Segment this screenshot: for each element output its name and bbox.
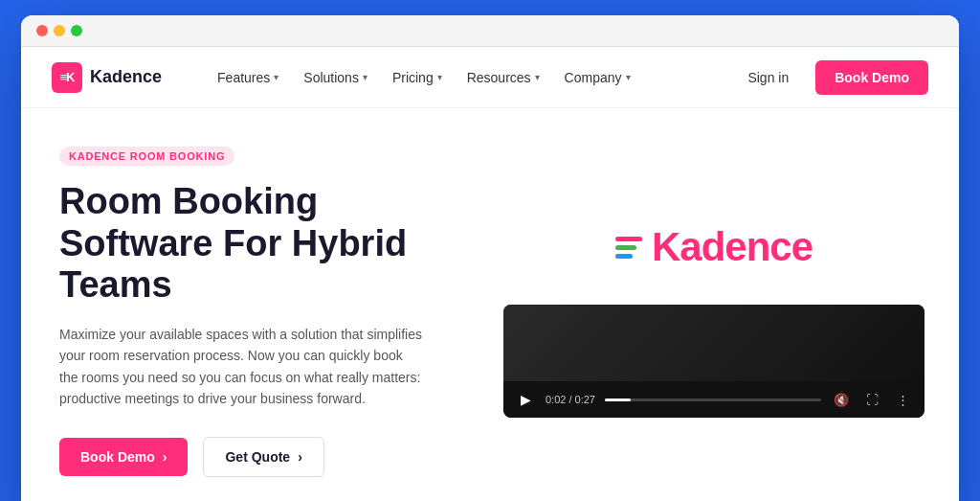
nav-item-resources[interactable]: Resources ▾ [457,64,549,91]
video-progress-fill [605,399,631,401]
cta-get-quote-button[interactable]: Get Quote › [203,437,323,477]
video-player: ▶ 0:02 / 0:27 🔇 ⛶ ⋮ [503,305,924,418]
video-progress-bar[interactable] [605,399,821,401]
minimize-dot[interactable] [54,25,65,36]
logo-icon: ≡K [52,62,82,93]
chevron-down-icon: ▾ [437,72,442,82]
close-dot[interactable] [36,25,48,36]
book-demo-nav-button[interactable]: Book Demo [815,60,928,95]
nav-item-company[interactable]: Company ▾ [555,64,640,91]
chevron-down-icon: ▾ [626,72,631,82]
hero-title: Room Booking Software For Hybrid Teams [59,181,461,307]
logo-area[interactable]: ≡K Kadence [52,62,162,93]
kadence-wordmark: Kadence [652,224,813,270]
chevron-down-icon: ▾ [274,72,278,82]
browser-chrome [21,15,959,47]
chevron-down-icon: ▾ [535,72,540,82]
hero-badge: Kadence Room Booking [59,147,234,166]
video-controls: ▶ 0:02 / 0:27 🔇 ⛶ ⋮ [503,381,924,418]
main-content: Kadence Room Booking Room Booking Softwa… [21,108,959,501]
volume-icon[interactable]: 🔇 [831,389,852,410]
kadence-logo-bars-icon [615,237,642,259]
nav-item-features[interactable]: Features ▾ [208,64,288,91]
cta-book-demo-button[interactable]: Book Demo › [59,438,188,476]
nav-item-solutions[interactable]: Solutions ▾ [294,64,377,91]
video-thumbnail[interactable] [503,305,924,381]
fullscreen-icon[interactable]: ⛶ [861,389,882,410]
left-column: Kadence Room Booking Room Booking Softwa… [59,147,461,477]
more-options-icon[interactable]: ⋮ [892,389,913,410]
nav-item-pricing[interactable]: Pricing ▾ [383,64,452,91]
navbar: ≡K Kadence Features ▾ Solutions ▾ Pricin… [21,47,959,108]
right-column: Kadence ▶ 0:02 / 0:27 🔇 ⛶ ⋮ [500,205,928,418]
kadence-logo-display: Kadence [577,205,851,289]
logo-bar-green [615,245,636,250]
browser-window: ≡K Kadence Features ▾ Solutions ▾ Pricin… [21,15,959,501]
logo-bar-blue [615,254,633,259]
nav-right: Sign in Book Demo [736,60,928,95]
logo-bar-pink [615,237,642,241]
chevron-down-icon: ▾ [363,72,368,82]
arrow-right-icon: › [163,449,167,465]
nav-links: Features ▾ Solutions ▾ Pricing ▾ Resourc… [208,64,736,91]
sign-in-button[interactable]: Sign in [736,64,800,91]
logo-text: Kadence [90,67,162,87]
play-button[interactable]: ▶ [515,389,536,410]
hero-description: Maximize your available spaces with a so… [59,324,423,410]
cta-row: Book Demo › Get Quote › [59,437,461,477]
video-time: 0:02 / 0:27 [546,394,595,405]
arrow-right-icon: › [298,449,302,465]
maximize-dot[interactable] [71,25,82,36]
